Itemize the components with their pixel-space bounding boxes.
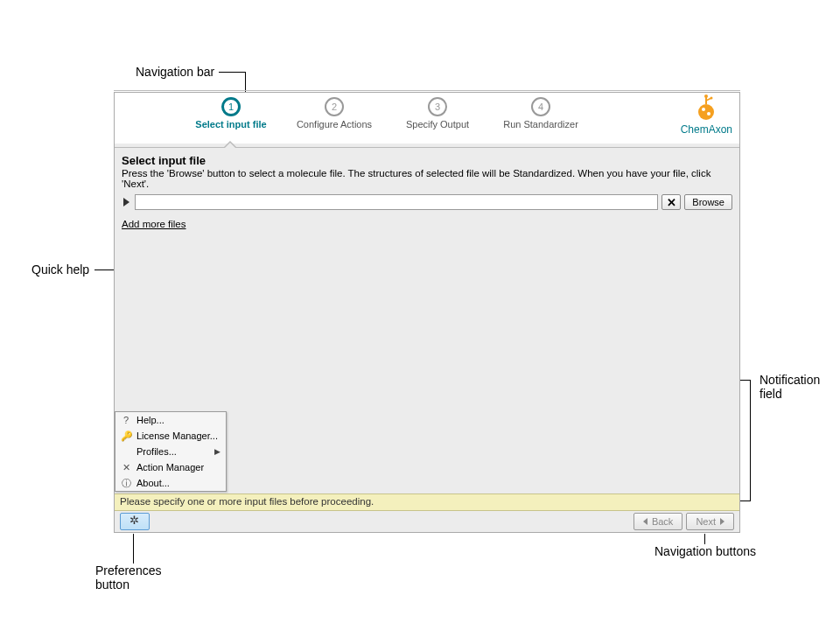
menu-item-help-label: Help... <box>136 415 164 425</box>
annotation-notification-field-l1: Notification <box>760 373 820 387</box>
annotation-quick-help: Quick help <box>32 262 89 276</box>
svg-point-4 <box>704 94 708 98</box>
notification-bar: Please specify one or more input files b… <box>115 494 739 511</box>
arrow-left-icon <box>643 518 648 525</box>
step-select-input-file[interactable]: 1 Select input file <box>192 97 270 130</box>
step-run-standardizer[interactable]: 4 Run Standardizer <box>501 97 580 130</box>
chemaxon-logo: ChemAxon <box>681 94 732 136</box>
step-number-2: 2 <box>325 97 344 116</box>
svg-point-0 <box>698 104 714 120</box>
preferences-button[interactable] <box>120 513 150 530</box>
step-label-2: Configure Actions <box>297 119 372 130</box>
annotation-navigation-buttons: Navigation buttons <box>654 544 756 558</box>
step-number-3: 3 <box>428 97 447 116</box>
step-configure-actions[interactable]: 2 Configure Actions <box>295 97 374 130</box>
annotation-preferences-button-l1: Preferences <box>95 564 161 578</box>
submenu-arrow-icon: ▶ <box>214 447 220 456</box>
browse-button[interactable]: Browse <box>684 194 732 210</box>
key-icon: 🔑 <box>121 430 131 442</box>
add-more-files-link[interactable]: Add more files <box>122 219 186 229</box>
svg-point-1 <box>702 108 705 111</box>
app-window: 1 Select input file 2 Configure Actions … <box>114 92 740 533</box>
browse-button-label: Browse <box>692 197 724 207</box>
expand-icon[interactable] <box>123 198 130 206</box>
clear-file-button[interactable]: ✕ <box>662 194 681 210</box>
step-label-1: Select input file <box>195 119 266 130</box>
chemaxon-logo-text: ChemAxon <box>681 123 732 136</box>
footer-bar: Back Next <box>115 511 739 532</box>
step-specify-output[interactable]: 3 Specify Output <box>398 97 477 130</box>
svg-point-6 <box>710 97 713 100</box>
back-button[interactable]: Back <box>634 513 682 530</box>
step-label-4: Run Standardizer <box>503 119 578 130</box>
close-icon: ✕ <box>667 196 676 209</box>
next-button-label: Next <box>696 516 716 527</box>
help-icon: ? <box>121 415 131 425</box>
annotation-preferences-button-l2: button <box>95 578 130 592</box>
annotation-nav-bar: Navigation bar <box>136 65 214 79</box>
menu-item-profiles-label: Profiles... <box>136 446 177 457</box>
arrow-right-icon <box>720 518 724 525</box>
info-icon: ⓘ <box>121 477 131 490</box>
svg-point-2 <box>707 112 710 116</box>
annotation-notification-field-l2: field <box>760 387 782 401</box>
back-button-label: Back <box>652 516 673 527</box>
notification-text: Please specify one or more input files b… <box>120 496 374 507</box>
preferences-menu: ? Help... 🔑 License Manager... Profiles.… <box>115 411 227 492</box>
next-button[interactable]: Next <box>686 513 734 530</box>
gear-icon <box>130 516 140 527</box>
page-instruction: Press the 'Browse' button to select a mo… <box>122 168 732 189</box>
menu-item-about[interactable]: ⓘ About... <box>116 475 226 491</box>
menu-item-about-label: About... <box>136 478 170 488</box>
menu-item-action-manager-label: Action Manager <box>136 462 204 472</box>
menu-item-license-manager[interactable]: 🔑 License Manager... <box>116 428 226 444</box>
menu-item-help[interactable]: ? Help... <box>116 412 226 428</box>
step-label-3: Specify Output <box>406 119 469 130</box>
menu-item-license-manager-label: License Manager... <box>136 430 218 441</box>
file-path-input[interactable] <box>135 194 658 210</box>
menu-item-profiles[interactable]: Profiles... ▶ <box>116 444 226 459</box>
navigation-bar: 1 Select input file 2 Configure Actions … <box>115 93 739 144</box>
file-input-row: ✕ Browse <box>122 194 732 210</box>
step-number-1: 1 <box>221 97 241 116</box>
tools-icon: ✕ <box>121 462 131 473</box>
menu-item-action-manager[interactable]: ✕ Action Manager <box>116 459 226 475</box>
wizard-steps: 1 Select input file 2 Configure Actions … <box>192 97 580 130</box>
step-number-4: 4 <box>531 97 550 116</box>
chemaxon-logo-icon <box>694 94 718 122</box>
page-title: Select input file <box>122 154 732 167</box>
